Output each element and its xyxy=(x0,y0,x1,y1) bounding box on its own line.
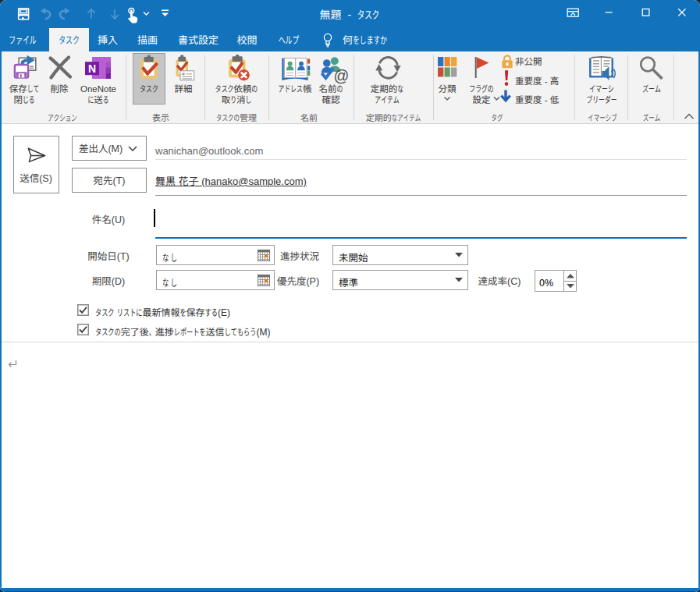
svg-text:N: N xyxy=(88,62,96,75)
svg-text:@: @ xyxy=(334,67,350,84)
